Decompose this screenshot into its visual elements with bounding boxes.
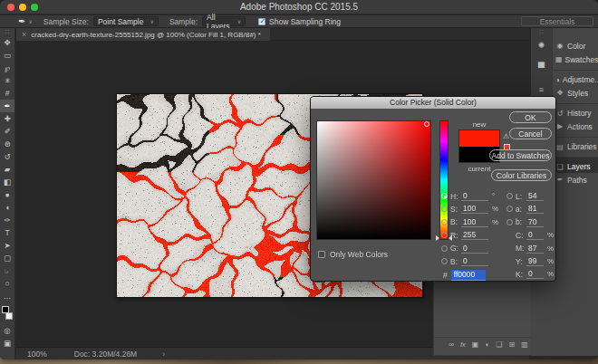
- brightness-field-unit: %: [492, 218, 498, 226]
- tab-layers[interactable]: ❏Layers: [553, 157, 598, 173]
- sample-dropdown[interactable]: All Layers ∨: [202, 16, 246, 26]
- rectangle-shape-tool[interactable]: ▢: [0, 252, 14, 264]
- cyan-field-input[interactable]: 0: [526, 230, 544, 240]
- lab-lightness-field-radio[interactable]: [506, 193, 513, 199]
- magenta-field-row: M:87%: [506, 244, 554, 254]
- brightness-field-row: B:100%: [441, 217, 498, 227]
- blue-field-radio[interactable]: [441, 258, 448, 264]
- path-selection-tool[interactable]: ➤: [0, 239, 14, 252]
- document-tab-bar: × cracked-dry-earth-texture-2555152.jpg …: [16, 28, 529, 41]
- dialog-title[interactable]: Color Picker (Solid Color): [311, 97, 555, 109]
- hue-slider-left-arrow-icon[interactable]: [436, 235, 439, 241]
- add-to-swatches-button[interactable]: Add to Swatches: [489, 149, 552, 161]
- adjustments-panel-icon[interactable]: ✺: [531, 36, 552, 54]
- magenta-field-input[interactable]: 87: [526, 244, 544, 254]
- tab-swatches[interactable]: ▦Swatches: [553, 53, 598, 66]
- hand-icon: ☞: [4, 266, 11, 275]
- green-field-radio[interactable]: [441, 245, 448, 252]
- tab-close-icon[interactable]: ×: [22, 30, 26, 39]
- tab-color[interactable]: ◉Color: [553, 39, 598, 53]
- quick-selection-tool[interactable]: ✳: [0, 74, 14, 87]
- layer-group-icon[interactable]: ❏: [496, 340, 502, 349]
- layer-effects-icon[interactable]: fx: [460, 340, 466, 349]
- rectangular-marquee-tool[interactable]: ▭: [0, 49, 14, 62]
- type-tool[interactable]: T: [0, 226, 14, 239]
- screen-mode-button[interactable]: ▣: [0, 337, 14, 350]
- lab-a-field-input[interactable]: 81: [526, 204, 544, 214]
- zoom-tool[interactable]: ○: [0, 277, 14, 290]
- move-tool[interactable]: ✥: [0, 36, 14, 49]
- only-web-colors-checkbox[interactable]: [318, 251, 325, 258]
- histogram-panel-icon[interactable]: ▅: [531, 54, 552, 72]
- dodge-icon: ◖: [5, 203, 9, 212]
- tool-preset-chevron-icon[interactable]: ∨: [28, 18, 32, 24]
- lab-a-field-radio[interactable]: [506, 206, 513, 212]
- show-sampling-ring-checkbox[interactable]: [258, 18, 265, 25]
- edit-toolbar-tool[interactable]: …: [0, 290, 14, 302]
- brightness-field-radio[interactable]: [441, 219, 448, 225]
- toolbar-grip[interactable]: ∷: [0, 28, 14, 36]
- new-layer-icon[interactable]: ⊞: [508, 340, 515, 349]
- pen-tool[interactable]: ✑: [0, 214, 14, 226]
- tab-paths[interactable]: ✒Paths: [553, 173, 598, 187]
- tab-actions[interactable]: ▶Actions: [553, 120, 598, 133]
- hue-field-radio[interactable]: [441, 193, 448, 199]
- blue-field-input[interactable]: 0: [461, 256, 488, 266]
- tab-styles[interactable]: ❖Styles: [553, 86, 598, 100]
- magenta-field-radio-spacer: [506, 245, 513, 252]
- workspace-switcher[interactable]: Essentials: [521, 16, 593, 26]
- cancel-button[interactable]: Cancel: [509, 128, 552, 139]
- background-color-swatch[interactable]: [5, 312, 13, 320]
- black-field-input[interactable]: 0: [526, 269, 544, 279]
- quick-mask-mode-button[interactable]: ◎: [0, 324, 14, 337]
- eyedropper-tool[interactable]: ✒: [0, 100, 14, 112]
- lasso-tool[interactable]: ℘: [0, 62, 14, 74]
- adjustment-layer-icon[interactable]: ◐: [485, 340, 489, 349]
- tab-adjustments[interactable]: ◑Adjustme...: [553, 70, 598, 86]
- yellow-field-input[interactable]: 99: [526, 256, 544, 266]
- lab-lightness-field-input[interactable]: 54: [526, 191, 544, 201]
- sample-size-dropdown[interactable]: Point Sample ∨: [93, 16, 159, 26]
- brightness-field-input[interactable]: 100: [461, 217, 488, 227]
- hue-field-input[interactable]: 0: [461, 191, 488, 201]
- gradient-tool[interactable]: ◧: [0, 176, 14, 188]
- link-layers-icon[interactable]: ∞: [448, 340, 454, 349]
- crop-tool[interactable]: #: [0, 87, 14, 100]
- eyedropper-icon[interactable]: ✒: [17, 16, 25, 27]
- clone-stamp-tool[interactable]: ⊛: [0, 138, 14, 150]
- dock-strip-grip[interactable]: ∷: [531, 28, 552, 36]
- saturation-brightness-field[interactable]: [316, 120, 431, 240]
- saturation-field-row: S:100%: [441, 204, 498, 214]
- color-libraries-button[interactable]: Color Libraries: [491, 169, 552, 181]
- lab-b-field-input[interactable]: 70: [526, 217, 544, 227]
- delete-layer-icon[interactable]: ▥: [521, 340, 528, 349]
- only-web-colors-label: Only Web Colors: [330, 250, 388, 259]
- tab-libraries[interactable]: ▤Libraries: [553, 137, 598, 153]
- red-field-radio[interactable]: [441, 232, 448, 238]
- tab-history[interactable]: ↺History: [553, 103, 598, 120]
- history-brush-tool[interactable]: ↺: [0, 150, 14, 163]
- hand-tool[interactable]: ☞: [0, 264, 14, 277]
- blur-tool[interactable]: ●: [0, 188, 14, 201]
- eraser-tool[interactable]: ▰: [0, 163, 14, 176]
- dodge-tool[interactable]: ◖: [0, 201, 14, 214]
- photoshop-window: Adobe Photoshop CC 2015.5 ✒ ∨ Sample Siz…: [0, 0, 598, 359]
- layer-mask-icon[interactable]: ▣: [472, 340, 479, 349]
- color-field-marker[interactable]: [424, 121, 429, 127]
- status-menu-arrow-icon[interactable]: ›: [162, 350, 165, 359]
- green-field-input[interactable]: 0: [461, 244, 488, 254]
- zoom-level-field[interactable]: 100%: [27, 350, 47, 359]
- hex-input[interactable]: ff0000: [451, 270, 486, 281]
- document-tab[interactable]: × cracked-dry-earth-texture-2555152.jpg …: [16, 28, 270, 41]
- ok-button[interactable]: OK: [509, 111, 552, 123]
- saturation-field-input[interactable]: 100: [461, 204, 488, 214]
- red-field-input[interactable]: 255: [461, 230, 488, 240]
- foreground-background-swatches[interactable]: [0, 302, 14, 324]
- brush-tool[interactable]: ✐: [0, 125, 14, 138]
- lab-b-field-radio[interactable]: [506, 219, 513, 225]
- black-field-unit: %: [547, 270, 554, 278]
- spot-healing-brush-tool[interactable]: ✚: [0, 112, 14, 125]
- saturation-field-radio[interactable]: [441, 206, 448, 212]
- foreground-color-swatch[interactable]: [2, 306, 9, 313]
- lab-a-field-label: a:: [516, 205, 526, 214]
